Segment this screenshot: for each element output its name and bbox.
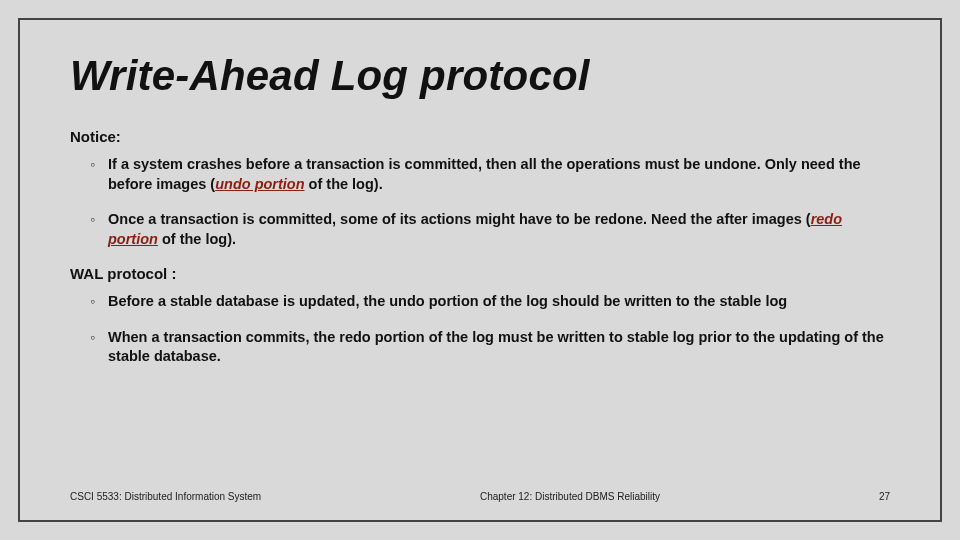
notice-item-2-post: of the log). (158, 231, 236, 247)
footer-course: CSCI 5533: Distributed Information Syste… (70, 491, 290, 502)
wal-list: Before a stable database is updated, the… (70, 292, 890, 367)
wal-heading: WAL protocol : (70, 265, 890, 282)
slide-footer: CSCI 5533: Distributed Information Syste… (70, 491, 890, 502)
footer-page: 27 (850, 491, 890, 502)
notice-item-1: If a system crashes before a transaction… (94, 155, 890, 194)
slide: Write-Ahead Log protocol Notice: If a sy… (0, 0, 960, 540)
wal-item-2-text: When a transaction commits, the redo por… (108, 329, 884, 365)
wal-item-2: When a transaction commits, the redo por… (94, 328, 890, 367)
notice-list: If a system crashes before a transaction… (70, 155, 890, 249)
notice-item-2-pre: Once a transaction is committed, some of… (108, 211, 811, 227)
notice-item-1-post: of the log). (305, 176, 383, 192)
notice-heading: Notice: (70, 128, 890, 145)
wal-item-1: Before a stable database is updated, the… (94, 292, 890, 312)
notice-item-2: Once a transaction is committed, some of… (94, 210, 890, 249)
slide-frame: Write-Ahead Log protocol Notice: If a sy… (18, 18, 942, 522)
wal-item-1-text: Before a stable database is updated, the… (108, 293, 787, 309)
slide-title: Write-Ahead Log protocol (70, 52, 890, 100)
footer-chapter: Chapter 12: Distributed DBMS Reliability (290, 491, 850, 502)
notice-item-1-emph: undo portion (215, 176, 304, 192)
